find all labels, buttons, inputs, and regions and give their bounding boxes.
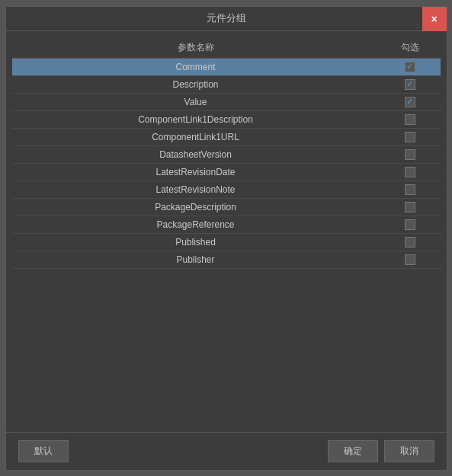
row-check-cell (380, 129, 441, 145)
checkbox[interactable] (405, 114, 415, 125)
table-header: 参数名称 勾选 (12, 37, 441, 59)
checkbox[interactable] (405, 254, 415, 265)
table-row[interactable]: Comment (12, 59, 441, 76)
table-row[interactable]: Description (12, 76, 441, 94)
default-button[interactable]: 默认 (18, 440, 69, 462)
dialog: 元件分组 × 参数名称 勾选 CommentDescriptionValueCo… (5, 6, 447, 471)
cancel-button[interactable]: 取消 (384, 440, 434, 462)
table-row[interactable]: ComponentLink1URL (12, 129, 441, 146)
checkbox[interactable] (405, 202, 415, 212)
checkbox[interactable] (405, 219, 415, 230)
row-check-cell (380, 181, 441, 198)
row-param-name: Comment (12, 59, 380, 75)
confirm-button[interactable]: 确定 (328, 440, 378, 462)
table-row[interactable]: Publisher (12, 251, 441, 269)
close-button[interactable]: × (422, 7, 447, 31)
row-check-cell (380, 251, 441, 268)
checkbox[interactable] (405, 237, 415, 248)
row-check-cell (380, 216, 441, 233)
row-param-name: Publisher (12, 251, 380, 268)
row-param-name: PackageDescription (12, 199, 380, 216)
col-check-header: 勾选 (380, 37, 441, 58)
table-row[interactable]: PackageReference (12, 216, 441, 234)
row-check-cell (380, 94, 441, 110)
checkbox[interactable] (405, 62, 415, 72)
table-row[interactable]: LatestRevisionNote (12, 181, 441, 199)
table-body: CommentDescriptionValueComponentLink1Des… (12, 59, 441, 269)
row-check-cell (380, 146, 441, 163)
table-row[interactable]: Value (12, 94, 441, 111)
col-name-header: 参数名称 (12, 37, 380, 58)
row-param-name: ComponentLink1Description (12, 111, 380, 128)
row-param-name: Description (12, 76, 380, 93)
checkbox[interactable] (405, 167, 415, 177)
title-bar: 元件分组 × (6, 7, 447, 31)
footer: 默认 确定 取消 (6, 432, 447, 470)
checkbox[interactable] (405, 132, 415, 142)
table-row[interactable]: Published (12, 234, 441, 251)
content-area: 参数名称 勾选 CommentDescriptionValueComponent… (6, 31, 447, 432)
row-param-name: ComponentLink1URL (12, 129, 380, 145)
row-check-cell (380, 59, 441, 75)
row-param-name: DatasheetVersion (12, 146, 380, 163)
row-check-cell (380, 76, 441, 93)
table-row[interactable]: ComponentLink1Description (12, 111, 441, 129)
checkbox[interactable] (405, 149, 415, 160)
dialog-title: 元件分组 (207, 11, 246, 25)
row-param-name: Value (12, 94, 380, 110)
row-check-cell (380, 199, 441, 216)
footer-right: 确定 取消 (328, 440, 434, 462)
row-param-name: PackageReference (12, 216, 380, 233)
row-param-name: Published (12, 234, 380, 251)
table-row[interactable]: DatasheetVersion (12, 146, 441, 164)
table-row[interactable]: PackageDescription (12, 199, 441, 216)
checkbox[interactable] (405, 184, 415, 195)
row-check-cell (380, 234, 441, 251)
row-check-cell (380, 111, 441, 128)
row-param-name: LatestRevisionNote (12, 181, 380, 198)
row-check-cell (380, 164, 441, 180)
checkbox[interactable] (405, 97, 415, 107)
table-row[interactable]: LatestRevisionDate (12, 164, 441, 181)
checkbox[interactable] (405, 79, 415, 90)
row-param-name: LatestRevisionDate (12, 164, 380, 180)
